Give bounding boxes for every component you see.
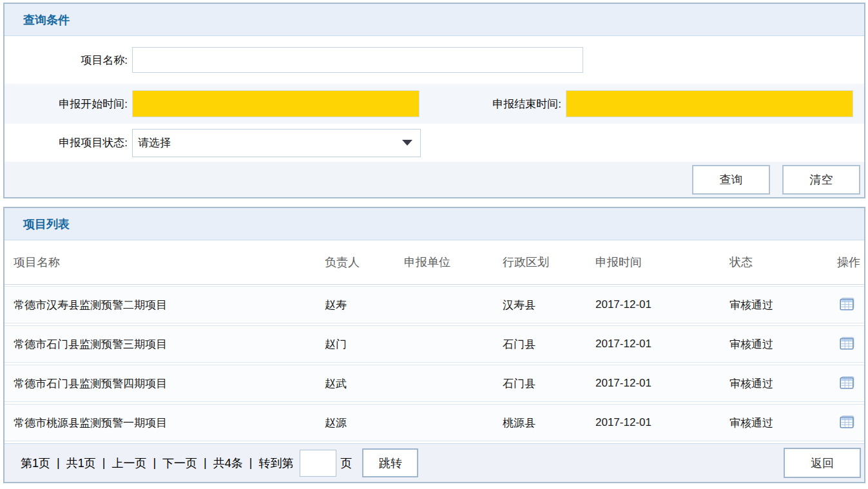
start-time-label: 申报开始时间: [5,97,128,111]
clear-button[interactable]: 清空 [782,165,860,195]
table-row: 常德市汉寿县监测预警二期项目 赵寿 汉寿县 2017-12-01 审核通过 [5,286,864,323]
cell-declare-date: 2017-12-01 [595,416,729,429]
project-status-selected-value: 请选择 [138,135,171,150]
chevron-down-icon [402,140,412,146]
search-button[interactable]: 查询 [692,165,770,195]
query-panel-title: 查询条件 [23,12,70,28]
cell-status: 审核通过 [729,376,836,391]
view-detail-button[interactable] [837,374,856,391]
cell-owner: 赵门 [325,337,404,352]
declare-time-row: 申报开始时间: 申报结束时间: [5,84,864,124]
goto-page-input[interactable] [300,450,336,477]
col-operation: 操作 [836,254,864,270]
cell-project-name: 常德市石门县监测预警四期项目 [5,376,325,391]
cell-status: 审核通过 [729,337,836,352]
query-panel-header: 查询条件 [5,4,864,36]
total-items-label: 共4条 [213,455,243,471]
project-name-label: 项目名称: [5,53,128,68]
table-header-row: 项目名称 负责人 申报单位 行政区划 申报时间 状态 操作 [5,240,864,285]
pagination-separator: | [57,456,60,470]
table-icon [840,337,854,350]
cell-status: 审核通过 [729,416,836,430]
cell-region: 石门县 [503,337,595,352]
table-row: 常德市石门县监测预警四期项目 赵武 石门县 2017-12-01 审核通过 [5,365,864,402]
end-time-label: 申报结束时间: [420,97,561,111]
pagination-bar: 第1页 | 共1页 | 上一页 | 下一页 | 共4条 | 转到第 页 跳转 返… [5,443,864,482]
table-row: 常德市桃源县监测预警一期项目 赵源 桃源县 2017-12-01 审核通过 [5,404,864,441]
cell-owner: 赵武 [325,376,404,391]
table-row: 常德市石门县监测预警三期项目 赵门 石门县 2017-12-01 审核通过 [5,325,864,363]
project-name-row: 项目名称: [5,36,864,84]
pagination-separator: | [102,456,106,470]
view-detail-button[interactable] [837,335,856,352]
cell-region: 桃源县 [503,416,595,430]
col-declare-date: 申报时间 [595,254,729,270]
project-name-input[interactable] [132,47,583,73]
end-time-input[interactable] [566,90,853,117]
cell-declare-date: 2017-12-01 [595,298,729,311]
cell-project-name: 常德市石门县监测预警三期项目 [5,337,325,352]
back-button[interactable]: 返回 [784,448,861,478]
jump-button[interactable]: 跳转 [362,448,418,477]
project-list-header: 项目列表 [5,208,864,240]
cell-region: 汉寿县 [503,298,595,312]
cell-owner: 赵寿 [325,298,404,312]
pagination-separator: | [204,456,207,470]
view-detail-button[interactable] [837,296,856,312]
prev-page-link[interactable]: 上一页 [111,455,146,471]
cell-project-name: 常德市桃源县监测预警一期项目 [5,416,325,430]
current-page-label: 第1页 [21,455,50,471]
col-region: 行政区划 [503,254,595,270]
table-icon [840,416,854,428]
col-status: 状态 [729,254,836,270]
project-list-title: 项目列表 [23,216,70,232]
start-time-input[interactable] [132,90,420,117]
cell-project-name: 常德市汉寿县监测预警二期项目 [5,298,325,312]
col-declare-unit: 申报单位 [404,254,503,270]
next-page-link[interactable]: 下一页 [162,455,197,471]
view-detail-button[interactable] [837,414,856,430]
goto-page-suffix: 页 [340,455,352,471]
cell-region: 石门县 [503,376,595,391]
pagination-separator: | [249,456,253,470]
total-pages-label: 共1页 [66,455,96,471]
cell-declare-date: 2017-12-01 [595,377,729,390]
col-project-name: 项目名称 [5,254,325,270]
table-icon [840,376,854,389]
table-icon [840,298,854,311]
table-body: 常德市汉寿县监测预警二期项目 赵寿 汉寿县 2017-12-01 审核通过 常德… [5,286,864,441]
project-status-label: 申报项目状态: [5,135,128,150]
cell-status: 审核通过 [729,298,836,312]
col-owner: 负责人 [325,254,404,270]
query-actions-row: 查询 清空 [5,162,864,197]
page: 查询条件 项目名称: 申报开始时间: 申报结束时间: 申报项目状态: 请选择 查… [0,0,868,483]
cell-declare-date: 2017-12-01 [595,338,729,350]
pagination-separator: | [153,456,156,470]
cell-owner: 赵源 [325,416,404,430]
project-list-panel: 项目列表 项目名称 负责人 申报单位 行政区划 申报时间 状态 操作 常德市汉寿… [3,207,865,483]
query-panel: 查询条件 项目名称: 申报开始时间: 申报结束时间: 申报项目状态: 请选择 查… [3,3,865,198]
project-status-row: 申报项目状态: 请选择 [5,124,864,162]
project-status-select[interactable]: 请选择 [132,129,421,157]
goto-page-prefix: 转到第 [258,455,293,471]
